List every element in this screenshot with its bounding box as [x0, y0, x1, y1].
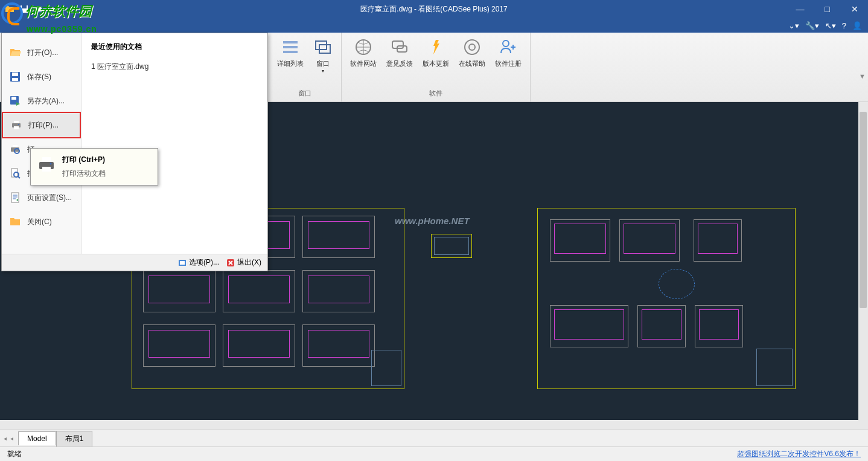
tab-first-icon[interactable]: ◂ — [2, 434, 8, 443]
ribbon-group-software-label: 软件 — [429, 88, 442, 99]
style-dropdown-icon[interactable]: ⌄▾ — [788, 21, 799, 30]
svg-rect-19 — [11, 97, 16, 100]
status-ready: 就绪 — [7, 449, 22, 459]
file-menu-items: 打开(O)... 保存(S) 另存为(A)... 打印(P)... 打 打 — [2, 33, 81, 254]
options-button[interactable]: 选项(P)... — [178, 257, 219, 268]
svg-rect-21 — [14, 121, 19, 123]
horizontal-scrollbar[interactable] — [0, 420, 858, 430]
window-title: 医疗室立面.dwg - 看图纸(CADSee Plus) 2017 — [360, 4, 507, 15]
register-button[interactable]: 软件注册 — [491, 35, 525, 71]
print-tooltip: 打印 (Ctrl+P) 打印活动文档 — [30, 148, 158, 185]
close-button[interactable]: ✕ — [841, 0, 868, 18]
window-button[interactable]: 窗口▾ — [310, 35, 336, 76]
status-bar: 就绪 超强图纸浏览二次开发控件V6.6发布！ — [0, 446, 868, 461]
file-close-item[interactable]: 关闭(C) — [2, 210, 81, 234]
qat-dropdown-icon[interactable]: ▾ — [47, 3, 59, 15]
svg-point-12 — [465, 40, 479, 54]
wrench-icon[interactable]: 🔧▾ — [805, 21, 819, 30]
tooltip-title: 打印 (Ctrl+P) — [62, 155, 106, 165]
exit-button[interactable]: 退出(X) — [226, 257, 261, 268]
svg-rect-16 — [12, 73, 18, 76]
tooltip-desc: 打印活动文档 — [62, 169, 106, 179]
canvas-watermark: www.pHome.NET — [395, 216, 470, 226]
minimize-button[interactable]: — — [787, 0, 814, 18]
svg-rect-1 — [22, 5, 27, 8]
file-save-item[interactable]: 保存(S) — [2, 65, 81, 89]
svg-rect-31 — [180, 261, 185, 265]
svg-point-36 — [50, 163, 52, 165]
svg-point-14 — [503, 40, 509, 47]
svg-point-23 — [18, 124, 19, 125]
file-saveas-item[interactable]: 另存为(A)... — [2, 89, 81, 113]
status-link[interactable]: 超强图纸浏览二次开发控件V6.6发布！ — [737, 449, 861, 459]
ribbon-collapse-icon[interactable]: ▼ — [859, 73, 866, 80]
layout-tabs: ◂ ◂ Model 布局1 — [0, 430, 868, 446]
cursor-icon[interactable]: ↖▾ — [825, 21, 836, 30]
qat-open-icon[interactable] — [4, 3, 16, 15]
maximize-button[interactable]: □ — [814, 0, 841, 18]
detail-list-button[interactable]: 详细列表 — [273, 35, 307, 76]
svg-rect-6 — [283, 51, 298, 53]
svg-point-13 — [469, 44, 475, 50]
svg-rect-34 — [42, 157, 51, 162]
svg-rect-4 — [283, 41, 298, 44]
website-button[interactable]: 软件网站 — [346, 35, 380, 71]
vertical-scrollbar[interactable] — [858, 102, 868, 430]
drawing-thumbnail — [431, 234, 472, 258]
drawing-sheet-2 — [537, 208, 796, 389]
recent-doc-item[interactable]: 1 医疗室立面.dwg — [91, 59, 258, 74]
qat-save-icon[interactable] — [18, 3, 30, 15]
file-page-setup-item[interactable]: 页面设置(S)... — [2, 185, 81, 210]
recent-docs-title: 最近使用的文档 — [91, 42, 258, 52]
svg-rect-2 — [36, 8, 42, 11]
tab-layout1[interactable]: 布局1 — [56, 431, 93, 446]
tab-prev-icon[interactable]: ◂ — [9, 434, 14, 443]
help-button[interactable]: 在线帮助 — [455, 35, 489, 71]
update-button[interactable]: 版本更新 — [419, 35, 453, 71]
svg-rect-17 — [12, 78, 18, 81]
ribbon-group-window-label: 窗口 — [298, 88, 311, 99]
svg-rect-29 — [11, 193, 19, 202]
feedback-button[interactable]: 意见反馈 — [383, 35, 416, 71]
tab-model[interactable]: Model — [18, 431, 56, 445]
svg-rect-35 — [42, 167, 51, 172]
svg-rect-3 — [37, 6, 40, 8]
title-bar: ▾ 医疗室立面.dwg - 看图纸(CADSee Plus) 2017 — □ … — [0, 0, 868, 18]
svg-rect-25 — [13, 145, 18, 147]
user-icon[interactable]: 👤 — [852, 21, 862, 30]
svg-rect-22 — [14, 126, 19, 129]
secondary-toolbar: ⌄▾ 🔧▾ ↖▾ ? 👤 — [0, 18, 868, 33]
help-icon[interactable]: ? — [842, 21, 846, 30]
qat-print-icon[interactable] — [33, 3, 45, 15]
svg-rect-5 — [283, 46, 298, 48]
file-open-item[interactable]: 打开(O)... — [2, 40, 81, 65]
file-print-item[interactable]: 打印(P)... — [2, 112, 81, 138]
